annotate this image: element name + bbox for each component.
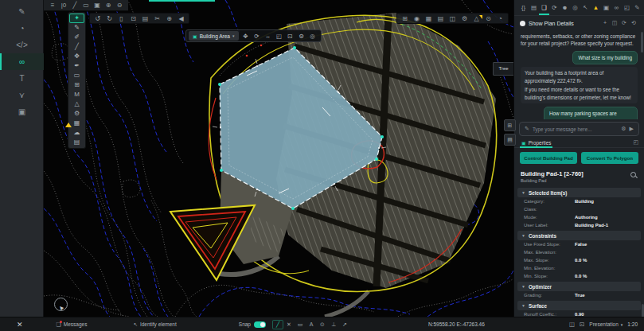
snap-toggle[interactable] [254, 321, 266, 328]
gear-icon[interactable]: ⚙ [621, 126, 626, 132]
redo-icon[interactable]: ↻ [103, 15, 115, 22]
folder-icon[interactable]: ▣ [601, 1, 611, 15]
layers-button[interactable]: ⊞ [504, 119, 516, 131]
convert-to-polygon-button[interactable]: Convert To Polygon [581, 152, 638, 164]
add-icon[interactable]: ⊕ [163, 15, 175, 22]
history-icon[interactable]: ⟲ [629, 20, 638, 26]
control-building-pad-button[interactable]: Control Building Pad [520, 152, 577, 164]
edit-icon[interactable]: ✎ [632, 1, 642, 15]
chat-scrollbar[interactable] [641, 32, 643, 53]
history-icon[interactable]: ⟳ [549, 1, 560, 15]
pointer-icon[interactable]: ↖ [580, 1, 591, 15]
snap-perpendicular-icon[interactable]: ⊥ [328, 320, 339, 329]
scale-icon[interactable]: ↔ [263, 33, 274, 40]
remove-icon[interactable]: ⊖ [114, 2, 125, 9]
duplicate-icon[interactable]: ⊡ [285, 33, 296, 40]
camera-icon[interactable]: ◉ [411, 15, 423, 22]
snap-vertex-icon[interactable]: A [306, 320, 317, 329]
list-icon[interactable]: ▤ [435, 15, 447, 22]
copy-icon[interactable]: ⊡ [127, 15, 139, 22]
section-constraints[interactable]: ▼ Constraints [517, 231, 641, 240]
paste-icon[interactable]: ▤ [139, 15, 151, 22]
snap-center-icon[interactable]: ⊙ [317, 320, 328, 329]
presentation-mode-dropdown[interactable]: Presentation ▾ [589, 321, 623, 327]
menu-icon[interactable]: ≡ [47, 2, 58, 9]
grid-icon[interactable]: ⊞ [399, 15, 411, 22]
section-surface[interactable]: ▼ Surface [517, 301, 641, 310]
bolt-icon[interactable]: ▲ [591, 1, 601, 15]
more-icon[interactable]: ◎ [307, 33, 318, 40]
braces-icon[interactable]: {} [518, 1, 529, 15]
frame-icon[interactable]: ⊡ [580, 321, 584, 328]
view-cube[interactable]: Tree [493, 62, 514, 76]
shape-tool-icon[interactable]: ▣ [92, 2, 103, 9]
measure-icon[interactable]: M [69, 90, 84, 99]
code-icon[interactable]: </> [0, 37, 44, 53]
layout-icon[interactable]: ◫ [569, 321, 575, 328]
identify-element-button[interactable]: ↖ Identify element [133, 321, 176, 328]
line-icon[interactable]: ╱ [69, 42, 84, 52]
link-icon[interactable]: ∞ [0, 53, 44, 70]
add-icon[interactable]: ⊕ [103, 2, 114, 9]
settings-icon[interactable]: ⚙ [459, 15, 470, 22]
draw-icon[interactable]: ✎ [0, 3, 44, 20]
expand-icon[interactable]: ◰ [274, 33, 285, 40]
trash-icon[interactable]: ▯ [115, 15, 127, 22]
messages-button[interactable]: ❑ Messages [57, 321, 88, 328]
cloud-icon[interactable]: ☁ [69, 128, 84, 138]
columns-icon[interactable]: ◫ [447, 15, 459, 22]
brush-icon[interactable]: ✐ [69, 33, 84, 42]
plus-icon[interactable]: + [600, 20, 610, 26]
building-area-selector[interactable]: ▣ Building Area ▾ [189, 31, 239, 41]
collapse-icon[interactable]: ◀ [175, 15, 187, 22]
grid-icon[interactable]: ⊞ [69, 80, 84, 90]
close-icon[interactable]: ✕ [17, 321, 23, 329]
undo-icon[interactable]: ↺ [92, 15, 103, 22]
snap-box-icon[interactable]: ▭ [295, 320, 306, 329]
terrain-icon[interactable]: △ [470, 15, 482, 22]
expand-icon[interactable]: ◰ [622, 1, 632, 15]
panel-icon[interactable]: ◫ [610, 20, 619, 26]
expand-icon[interactable]: ◰ [633, 139, 638, 146]
rect-icon[interactable]: ▭ [69, 71, 84, 80]
network-icon[interactable]: ⋎ [0, 87, 44, 103]
image-icon[interactable]: ▦ [69, 119, 84, 128]
section-selected-items[interactable]: ▼ Selected Item(s) [517, 188, 641, 197]
send-icon[interactable]: ▶ [630, 126, 634, 132]
chat-icon[interactable]: ❑ [539, 1, 549, 15]
clock-icon[interactable]: ◔ [494, 15, 506, 22]
target-icon[interactable]: ◎ [570, 1, 580, 15]
chat-input[interactable]: ✎ Type your message here... ⚙ ▶ [519, 122, 639, 136]
document-icon[interactable]: ▤ [529, 1, 539, 15]
rotate-icon[interactable]: ⟳ [252, 33, 263, 40]
compass[interactable]: ▲ [54, 298, 68, 311]
pencil-icon[interactable]: ✎ [69, 23, 84, 33]
terrain-icon[interactable]: △ [69, 99, 84, 109]
briefcase-icon[interactable]: ▣ [0, 103, 44, 120]
search-icon[interactable] [630, 172, 638, 179]
tab-properties[interactable]: ▣ Properties [520, 138, 552, 148]
user-icon[interactable]: ☻ [560, 1, 570, 15]
move-icon[interactable]: ✥ [240, 33, 252, 40]
cut-icon[interactable]: ✂ [151, 15, 163, 22]
settings-icon[interactable]: ⚙ [296, 33, 307, 40]
snap-line-icon[interactable]: ╱ [272, 320, 283, 329]
stall-counter-icon[interactable]: |0 [58, 2, 69, 9]
globe-icon[interactable]: ◔ [0, 20, 44, 37]
refresh-icon[interactable]: ⟳ [619, 20, 629, 26]
doc-icon[interactable]: ▤ [69, 138, 84, 147]
link-icon[interactable]: ∞ [611, 1, 622, 15]
section-optimizer[interactable]: ▼ Optimizer [517, 282, 641, 291]
rect-tool-icon[interactable]: ▭ [80, 2, 92, 9]
hatch-icon[interactable]: ▦ [423, 15, 435, 22]
text-tool-icon[interactable]: T [0, 70, 44, 87]
select-wand-icon[interactable]: ✦ [69, 14, 84, 23]
snap-extend-icon[interactable]: ↗ [339, 320, 350, 329]
site-canvas[interactable] [44, 0, 513, 317]
line-tool-icon[interactable]: ╱ [69, 2, 80, 9]
target-icon[interactable]: ⊙ [482, 15, 494, 22]
pen-icon[interactable]: ✒ [69, 61, 84, 71]
snap-intersection-icon[interactable]: ✕ [283, 320, 295, 329]
node-edit-icon[interactable]: ✥ [69, 52, 84, 61]
gear-icon[interactable]: ⚙ [69, 109, 84, 119]
